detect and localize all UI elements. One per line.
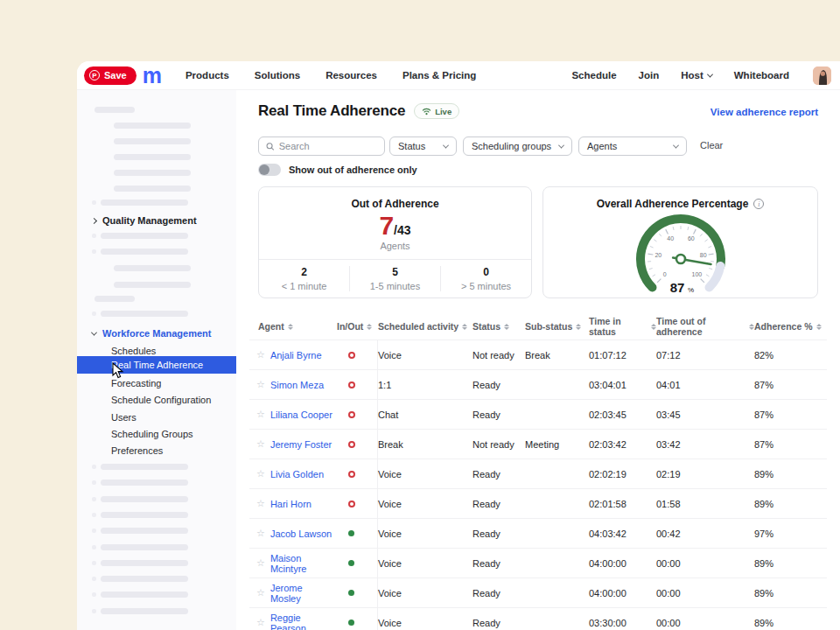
agents-dropdown[interactable]: Agents (578, 136, 687, 156)
column-header-scheduled-activity[interactable]: Scheduled activity (378, 321, 472, 332)
search-input[interactable] (279, 141, 377, 151)
nav-link-resources[interactable]: Resources (326, 70, 377, 80)
svg-text:20: 20 (654, 252, 662, 258)
agent-name-link[interactable]: Maison Mcintyre (270, 553, 332, 574)
star-icon[interactable]: ☆ (256, 557, 265, 569)
miro-logo[interactable]: m (143, 65, 161, 87)
sub-status-cell: Break (525, 350, 589, 360)
nav-link-join[interactable]: Join (639, 70, 660, 80)
agent-name-link[interactable]: Reggie Pearson (270, 612, 332, 630)
sort-icon (288, 324, 293, 330)
scheduled-activity-cell: Voice (378, 618, 472, 628)
pinterest-save-button[interactable]: P Save (84, 66, 136, 85)
agent-name-link[interactable]: Livia Golden (270, 469, 324, 480)
agent-name-link[interactable]: Liliana Cooper (270, 410, 332, 420)
column-header-time-in-status[interactable]: Time in status (589, 316, 656, 337)
column-header-label: Agent (258, 321, 284, 332)
in-adherence-dot (348, 530, 354, 536)
star-icon[interactable]: ☆ (256, 468, 265, 480)
scheduling-groups-dropdown[interactable]: Scheduling groups (463, 136, 572, 156)
star-icon[interactable]: ☆ (256, 349, 265, 360)
column-header-sub-status[interactable]: Sub-status (525, 321, 589, 332)
filter-row: Status Scheduling groups Agents Clear (236, 136, 840, 156)
nav-link-host[interactable]: Host (681, 70, 712, 80)
clear-filters-button[interactable]: Clear (700, 140, 723, 150)
agent-name-link[interactable]: Jeremy Foster (270, 439, 332, 450)
adherence-cell: 89% (754, 558, 827, 569)
sidebar-item-users[interactable]: Users (77, 409, 236, 426)
star-icon[interactable]: ☆ (256, 528, 265, 539)
nav-link-plans-pricing[interactable]: Plans & Pricing (402, 70, 476, 80)
skeleton-chevron (92, 200, 96, 205)
column-header-status[interactable]: Status (472, 321, 525, 332)
sidebar-item-workforce-management[interactable]: Workforce Management (77, 325, 236, 342)
table-row: ☆Livia GoldenVoiceReady02:02:1902:1989% (249, 458, 827, 488)
breakdown-1-5-minutes: 51-5 minutes (349, 266, 440, 291)
pinterest-icon: P (89, 70, 100, 80)
agent-name-link[interactable]: Simon Meza (270, 380, 324, 390)
scheduled-activity-cell: Voice (378, 469, 472, 480)
skeleton-bar (101, 248, 188, 255)
table-row: ☆Anjali ByrneVoiceNot readyBreak01:07:12… (249, 340, 827, 369)
agent-name-link[interactable]: Jerome Mosley (270, 583, 332, 604)
overall-adherence-card: Overall Adherence Percentage i 020406080… (542, 186, 818, 298)
time-in-status-cell: 02:03:42 (589, 439, 656, 450)
nav-link-products[interactable]: Products (186, 70, 229, 80)
scheduled-activity-cell: Voice (378, 350, 472, 360)
sidebar-item-scheduling-groups[interactable]: Scheduling Groups (77, 425, 236, 443)
skeleton-bar (101, 464, 188, 470)
agent-cell: ☆Jeremy Foster (249, 438, 332, 450)
sidebar-item-label: Quality Management (102, 215, 197, 226)
sidebar-item-label: Schedule Configuration (111, 395, 211, 405)
star-icon[interactable]: ☆ (256, 498, 265, 509)
time-out-of-adherence-cell: 04:01 (656, 380, 754, 390)
top-navbar: P Save m ProductsSolutionsResourcesPlans… (77, 61, 840, 90)
time-in-status-cell: 02:03:45 (589, 410, 656, 420)
scheduled-activity-cell: Voice (378, 588, 472, 598)
sort-icon (504, 324, 509, 330)
star-icon[interactable]: ☆ (256, 379, 265, 390)
adherence-gauge: 02040608010087% (594, 208, 767, 296)
sidebar-item-schedule-configuration[interactable]: Schedule Configuration (77, 391, 236, 409)
sidebar-item-preferences[interactable]: Preferences (77, 442, 236, 459)
user-avatar[interactable] (813, 66, 831, 85)
sidebar-item-quality-management[interactable]: Quality Management (77, 212, 236, 229)
star-icon[interactable]: ☆ (256, 409, 265, 420)
skeleton-bar (101, 512, 188, 518)
nav-link-solutions[interactable]: Solutions (255, 70, 300, 80)
sidebar-item-forecasting[interactable]: Forecasting (77, 374, 236, 392)
skeleton-chevron (92, 609, 96, 613)
status-cell: Ready (472, 588, 525, 598)
svg-text:0: 0 (662, 271, 666, 277)
svg-text:80: 80 (699, 252, 706, 258)
nav-link-schedule[interactable]: Schedule (571, 70, 616, 80)
star-icon[interactable]: ☆ (256, 617, 265, 628)
out-of-adherence-card: Out of Adherence 7 /43 Agents 2< 1 minut… (258, 186, 532, 298)
show-out-of-adherence-toggle[interactable] (258, 164, 281, 176)
sort-icon (462, 324, 467, 330)
agent-name-link[interactable]: Anjali Byrne (270, 350, 322, 360)
skeleton-chevron (92, 497, 96, 501)
in-out-cell (332, 519, 378, 548)
out-of-adherence-dot (348, 382, 355, 388)
star-icon[interactable]: ☆ (256, 587, 265, 598)
column-header-agent[interactable]: Agent (249, 321, 332, 332)
skeleton-chevron (92, 312, 96, 316)
scheduled-activity-cell: Voice (378, 528, 472, 539)
view-adherence-report-link[interactable]: View adherence report (710, 107, 818, 117)
column-header-in-out[interactable]: In/Out (332, 321, 378, 332)
out-of-adherence-count: 7 (379, 213, 394, 239)
agent-name-link[interactable]: Jacob Lawson (270, 528, 332, 539)
nav-link-whiteboard[interactable]: Whiteboard (734, 70, 789, 80)
column-header-adherence[interactable]: Adherence % (754, 321, 827, 332)
status-dropdown[interactable]: Status (389, 136, 457, 156)
sidebar-item-real-time-adherence[interactable]: Real Time Adherence (77, 356, 236, 374)
status-dropdown-label: Status (398, 141, 425, 151)
column-header-time-out-of-adherence[interactable]: Time out of adherence (656, 316, 754, 337)
skeleton-chevron (92, 545, 96, 550)
toggle-label: Show out of adherence only (289, 164, 417, 175)
star-icon[interactable]: ☆ (256, 438, 265, 450)
column-header-label: Time in status (589, 316, 648, 337)
agent-name-link[interactable]: Hari Horn (270, 499, 312, 509)
in-out-cell (332, 549, 378, 578)
